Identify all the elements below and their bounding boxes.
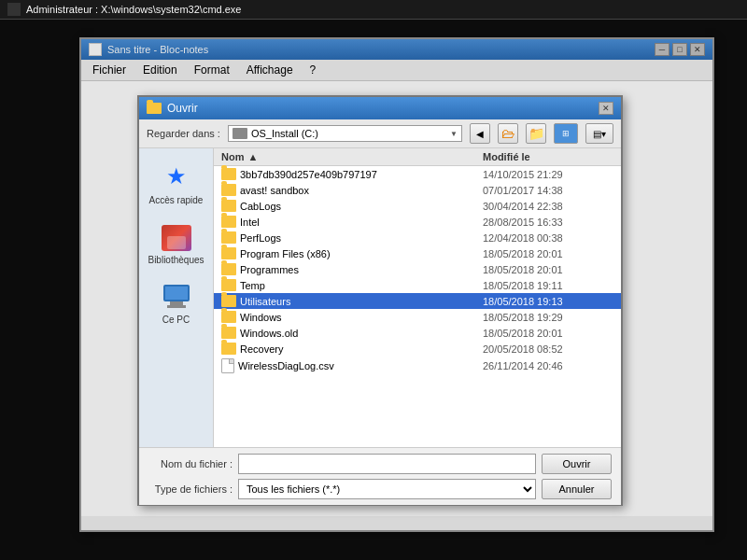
file-date: 12/04/2018 00:38 bbox=[483, 232, 613, 244]
file-date: 18/05/2018 20:01 bbox=[483, 248, 613, 259]
hdd-icon bbox=[233, 128, 247, 139]
folder-icon bbox=[221, 168, 236, 180]
dialog-titlebar: Ouvrir ✕ bbox=[139, 97, 621, 119]
file-date: 07/01/2017 14:38 bbox=[483, 185, 613, 196]
file-row[interactable]: Programmes 18/05/2018 20:01 bbox=[214, 261, 621, 277]
folder-icon bbox=[221, 247, 236, 259]
new-folder-button[interactable]: ⊞ bbox=[554, 123, 578, 144]
folder-icon bbox=[221, 295, 236, 307]
file-row[interactable]: WirelessDiagLog.csv 26/11/2014 20:46 bbox=[214, 357, 621, 375]
folder-icon bbox=[221, 343, 236, 355]
combo-arrow-icon: ▼ bbox=[450, 130, 458, 138]
file-row[interactable]: Program Files (x86) 18/05/2018 20:01 bbox=[214, 245, 621, 261]
file-date: 26/11/2014 20:46 bbox=[483, 360, 613, 371]
file-name: Windows.old bbox=[240, 328, 479, 339]
file-date: 18/05/2018 20:01 bbox=[483, 328, 613, 339]
dialog-overlay: Ouvrir ✕ Regarder dans : OS_Install (C:)… bbox=[81, 39, 712, 530]
dialog-body: ★ Accès rapide Bibliothèques Ce PC bbox=[139, 148, 621, 447]
view-toggle-button[interactable]: ▤▾ bbox=[585, 123, 613, 144]
folder-icon bbox=[221, 263, 236, 275]
filetype-row: Type de fichiers : Tous les fichiers (*.… bbox=[148, 479, 612, 499]
folder-icon bbox=[221, 279, 236, 291]
open-dialog: Ouvrir ✕ Regarder dans : OS_Install (C:)… bbox=[137, 95, 623, 506]
folder-icon bbox=[221, 184, 236, 196]
folder-icon bbox=[221, 327, 236, 339]
look-in-label: Regarder dans : bbox=[147, 128, 220, 139]
file-name: WirelessDiagLog.csv bbox=[238, 360, 479, 371]
file-name: Program Files (x86) bbox=[240, 248, 479, 259]
file-row[interactable]: 3bb7db390d257e409b797197 14/10/2015 21:2… bbox=[214, 166, 621, 182]
file-row-selected[interactable]: Utilisateurs 18/05/2018 19:13 bbox=[214, 293, 621, 309]
folder-icon bbox=[221, 216, 236, 228]
cmd-title: Administrateur : X:\windows\system32\cmd… bbox=[26, 4, 241, 15]
drive-label: OS_Install (C:) bbox=[251, 128, 318, 139]
file-name: Recovery bbox=[240, 343, 479, 355]
monitor-base bbox=[167, 305, 186, 308]
filelist-header: Nom ▲ Modifié le bbox=[214, 148, 621, 166]
file-name: Windows bbox=[240, 312, 479, 323]
look-in-combo[interactable]: OS_Install (C:) ▼ bbox=[228, 125, 462, 142]
open-button[interactable]: Ouvrir bbox=[542, 454, 612, 474]
dialog-close-button[interactable]: ✕ bbox=[599, 102, 613, 115]
file-row[interactable]: avast! sandbox 07/01/2017 14:38 bbox=[214, 182, 621, 198]
file-name: Temp bbox=[240, 280, 479, 291]
file-name: CabLogs bbox=[240, 201, 479, 212]
file-date: 18/05/2018 19:29 bbox=[483, 312, 613, 323]
file-date: 28/08/2015 16:33 bbox=[483, 217, 613, 228]
file-name: 3bb7db390d257e409b797197 bbox=[240, 169, 479, 180]
library-icon bbox=[162, 225, 191, 251]
file-name: Utilisateurs bbox=[240, 296, 479, 307]
cmd-icon bbox=[7, 3, 21, 16]
col-name-header[interactable]: Nom ▲ bbox=[221, 151, 483, 162]
filetype-label: Type de fichiers : bbox=[148, 483, 233, 495]
folder-icon bbox=[221, 231, 236, 244]
csv-icon bbox=[221, 358, 234, 373]
file-row[interactable]: PerfLogs 12/04/2018 00:38 bbox=[214, 230, 621, 245]
sidebar-libraries-label: Bibliothèques bbox=[148, 255, 204, 266]
filename-row: Nom du fichier : Ouvrir bbox=[148, 454, 612, 474]
dialog-titlebar-controls: ✕ bbox=[599, 102, 613, 115]
dialog-title-text: Ouvrir bbox=[167, 102, 198, 115]
dialog-title-left: Ouvrir bbox=[147, 102, 198, 115]
up-button[interactable]: 📁 bbox=[526, 123, 546, 144]
folder-icon bbox=[221, 200, 236, 212]
star-icon: ★ bbox=[162, 161, 191, 191]
filename-input[interactable] bbox=[238, 454, 536, 474]
file-date: 18/05/2018 19:13 bbox=[483, 296, 613, 307]
file-row[interactable]: Windows 18/05/2018 19:29 bbox=[214, 309, 621, 325]
computer-icon bbox=[162, 285, 191, 311]
filename-label: Nom du fichier : bbox=[148, 458, 233, 469]
dialog-toolbar: Regarder dans : OS_Install (C:) ▼ ◀ 🗁 📁 … bbox=[139, 119, 621, 148]
file-row[interactable]: Temp 18/05/2018 19:11 bbox=[214, 277, 621, 293]
file-name: Programmes bbox=[240, 264, 479, 275]
file-date: 20/05/2018 08:52 bbox=[483, 343, 613, 355]
sidebar-libraries[interactable]: Bibliothèques bbox=[144, 221, 208, 270]
file-row[interactable]: Recovery 20/05/2018 08:52 bbox=[214, 341, 621, 357]
file-row[interactable]: Windows.old 18/05/2018 20:01 bbox=[214, 325, 621, 341]
file-date: 14/10/2015 21:29 bbox=[483, 169, 613, 180]
sidebar-quick-access-label: Accès rapide bbox=[149, 195, 204, 206]
folder-icon bbox=[221, 311, 236, 323]
file-row[interactable]: CabLogs 30/04/2014 22:38 bbox=[214, 198, 621, 214]
file-date: 18/05/2018 19:11 bbox=[483, 280, 613, 291]
file-date: 18/05/2018 20:01 bbox=[483, 264, 613, 275]
cancel-button[interactable]: Annuler bbox=[542, 479, 612, 499]
monitor-body bbox=[163, 285, 190, 301]
file-name: PerfLogs bbox=[240, 232, 479, 244]
file-name: Intel bbox=[240, 217, 479, 228]
sidebar-computer[interactable]: Ce PC bbox=[144, 281, 208, 329]
sidebar-quick-access[interactable]: ★ Accès rapide bbox=[144, 158, 208, 210]
dialog-footer: Nom du fichier : Ouvrir Type de fichiers… bbox=[139, 447, 621, 505]
dialog-folder-icon bbox=[147, 103, 162, 114]
forward-button[interactable]: 🗁 bbox=[498, 123, 518, 144]
sort-arrow-icon: ▲ bbox=[247, 151, 258, 162]
back-button[interactable]: ◀ bbox=[470, 123, 490, 144]
cmd-titlebar: Administrateur : X:\windows\system32\cmd… bbox=[0, 0, 747, 20]
filetype-select[interactable]: Tous les fichiers (*.*) Fichiers texte (… bbox=[238, 479, 536, 499]
dialog-filelist: Nom ▲ Modifié le 3bb7db390d257e409b79719… bbox=[214, 148, 621, 447]
col-date-header[interactable]: Modifié le bbox=[483, 151, 613, 162]
file-name: avast! sandbox bbox=[240, 185, 479, 196]
dialog-sidebar: ★ Accès rapide Bibliothèques Ce PC bbox=[139, 148, 214, 447]
sidebar-computer-label: Ce PC bbox=[162, 315, 190, 326]
file-row[interactable]: Intel 28/08/2015 16:33 bbox=[214, 214, 621, 230]
